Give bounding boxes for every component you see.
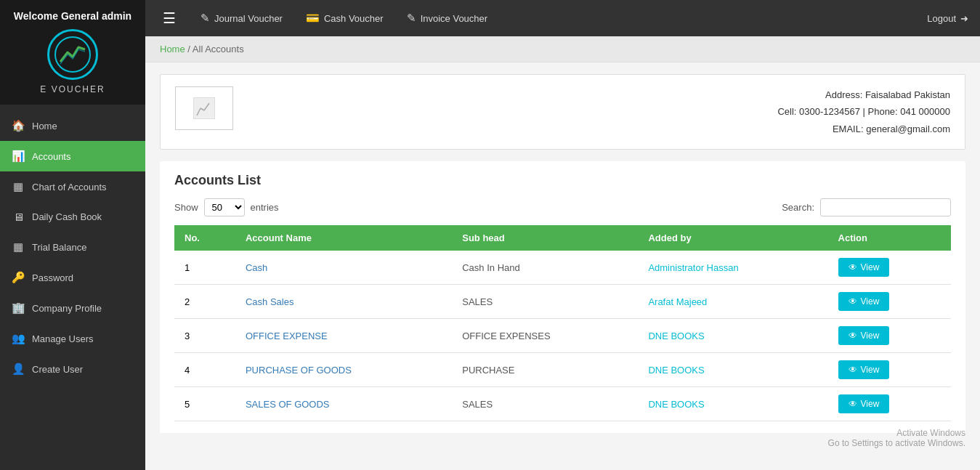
sidebar-item-cash-book-label: Daily Cash Book [32,211,102,222]
cell-action: 👁 View [828,251,951,285]
company-header: Address: Faisalabad Pakistan Cell: 0300-… [160,74,965,150]
cell-sub-head: OFFICE EXPENSES [452,319,638,353]
company-cell: Cell: 0300-1234567 | Phone: 041 000000 [777,103,950,120]
content-area: Home / All Accounts Address: Faisalabad … [145,36,980,470]
invoice-voucher-link[interactable]: ✎ Invoice Voucher [402,9,493,28]
account-name-link[interactable]: SALES OF GOODS [246,399,330,410]
view-button[interactable]: 👁 View [838,292,890,311]
sidebar-item-manage-label: Manage Users [32,333,94,344]
table-row: 1CashCash In HandAdministrator Hassan👁 V… [174,251,951,285]
account-name-link[interactable]: Cash [246,262,267,273]
sidebar-item-create-user[interactable]: 👤 Create User [0,354,145,384]
cell-account-name: PURCHASE OF GOODS [235,353,452,387]
col-added-by: Added by [638,225,827,251]
cell-no: 3 [174,319,235,353]
entries-label: entries [251,202,279,213]
sidebar-item-chart-label: Chart of Accounts [32,182,107,193]
home-icon: 🏠 [12,119,25,132]
logo-circle [47,29,98,80]
cell-added-by: DNE BOOKS [638,353,827,387]
col-action: Action [828,225,951,251]
cell-no: 5 [174,387,235,421]
sidebar-item-password[interactable]: 🔑 Password [0,262,145,293]
breadcrumb-current: All Accounts [193,44,244,54]
account-name-link[interactable]: Cash Sales [246,296,293,307]
cell-action: 👁 View [828,387,951,421]
cell-account-name: Cash [235,251,452,285]
view-button[interactable]: 👁 View [838,326,890,345]
hamburger-button[interactable]: ☰ [157,7,182,30]
account-name-link[interactable]: OFFICE EXPENSE [246,331,328,341]
invoice-voucher-label: Invoice Voucher [421,13,488,24]
cell-action: 👁 View [828,319,951,353]
entries-select[interactable]: 10 25 50 100 [204,198,245,216]
cash-voucher-icon: 💳 [306,12,320,25]
eye-icon: 👁 [849,262,857,272]
sidebar-item-company-profile[interactable]: 🏢 Company Profile [0,293,145,323]
cell-added-by: Administrator Hassan [638,251,827,285]
logout-link[interactable]: Logout ➜ [927,13,968,24]
company-email: EMAIL: general@gmail.com [777,121,950,137]
view-button[interactable]: 👁 View [838,394,890,413]
company-address: Address: Faisalabad Pakistan [777,86,950,103]
main-area: ☰ ✎ Journal Voucher 💳 Cash Voucher ✎ Inv… [145,0,980,470]
search-label: Search: [782,202,814,213]
breadcrumb: Home / All Accounts [145,36,980,62]
cell-no: 2 [174,285,235,319]
search-input[interactable] [820,198,951,216]
logout-icon: ➜ [960,13,968,24]
col-no: No. [174,225,235,251]
show-label: Show [174,202,198,213]
sidebar-item-trial-balance[interactable]: ▦ Trial Balance [0,232,145,262]
chart-icon: ▦ [12,180,25,193]
eye-icon: 👁 [849,365,857,375]
sidebar-item-daily-cash-book[interactable]: 🖥 Daily Cash Book [0,202,145,232]
account-name-link[interactable]: PURCHASE OF GOODS [246,365,352,376]
cell-added-by: DNE BOOKS [638,387,827,421]
cell-account-name: OFFICE EXPENSE [235,319,452,353]
accounts-table: No. Account Name Sub head Added by Actio… [174,225,951,421]
table-row: 5SALES OF GOODSSALESDNE BOOKS👁 View [174,387,951,421]
journal-voucher-icon: ✎ [201,12,210,25]
cell-action: 👁 View [828,285,951,319]
invoice-voucher-icon: ✎ [407,12,416,25]
eye-icon: 👁 [849,296,857,307]
table-row: 3OFFICE EXPENSEOFFICE EXPENSESDNE BOOKS👁… [174,319,951,353]
sidebar-item-trial-label: Trial Balance [32,242,86,253]
sidebar-nav: 🏠 Home 📊 Accounts ▦ Chart of Accounts 🖥 … [0,105,145,470]
trial-balance-icon: ▦ [12,240,25,254]
company-icon: 🏢 [12,301,25,315]
cell-sub-head: SALES [452,387,638,421]
accounts-tbody: 1CashCash In HandAdministrator Hassan👁 V… [174,251,951,421]
sidebar-item-home-label: Home [32,121,57,131]
sidebar-item-chart-of-accounts[interactable]: ▦ Chart of Accounts [0,171,145,202]
journal-voucher-label: Journal Voucher [214,13,283,24]
sidebar-item-password-label: Password [32,272,73,283]
cell-added-by: Arafat Majeed [638,285,827,319]
sidebar-item-home[interactable]: 🏠 Home [0,110,145,141]
eye-icon: 👁 [849,399,857,409]
table-header: No. Account Name Sub head Added by Actio… [174,225,951,251]
sidebar-item-company-label: Company Profile [32,303,102,314]
view-button[interactable]: 👁 View [838,360,890,379]
sidebar-header: Welcome General admin E VOUCHER [0,0,145,105]
logout-label: Logout [927,13,956,24]
top-navbar: ☰ ✎ Journal Voucher 💳 Cash Voucher ✎ Inv… [145,0,980,36]
journal-voucher-link[interactable]: ✎ Journal Voucher [196,9,287,28]
cell-added-by: DNE BOOKS [638,319,827,353]
cell-sub-head: SALES [452,285,638,319]
cash-voucher-link[interactable]: 💳 Cash Voucher [301,9,388,28]
view-button[interactable]: 👁 View [838,258,890,277]
breadcrumb-home[interactable]: Home [160,44,185,54]
logo-label: E VOUCHER [7,84,138,94]
sidebar-item-manage-users[interactable]: 👥 Manage Users [0,323,145,354]
section-title: Accounts List [174,173,951,188]
accounts-section: Accounts List Show 10 25 50 100 entries … [160,161,965,433]
cell-account-name: SALES OF GOODS [235,387,452,421]
sidebar-item-accounts[interactable]: 📊 Accounts [0,141,145,171]
company-info: Address: Faisalabad Pakistan Cell: 0300-… [777,86,950,137]
search-box: Search: [782,198,951,216]
cell-sub-head: PURCHASE [452,353,638,387]
cash-voucher-label: Cash Voucher [324,13,384,24]
col-account-name: Account Name [235,225,452,251]
